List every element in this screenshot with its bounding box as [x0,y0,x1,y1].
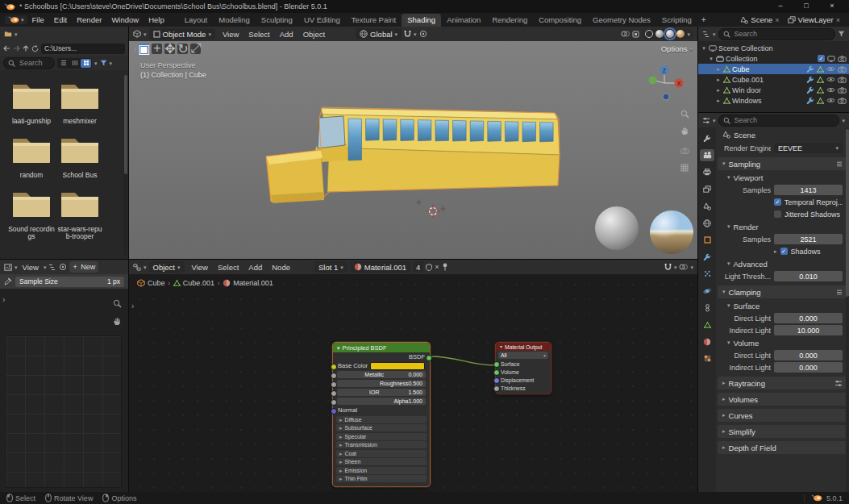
render-engine-dropdown[interactable]: EEVEE ▾ [774,143,843,153]
pin-icon[interactable] [442,263,448,271]
image-view-menu[interactable]: View [20,260,41,274]
panel-viewport[interactable]: ▾Viewport [716,171,849,184]
panel-menu-icon[interactable] [836,289,843,295]
horizontal-list-mode-button[interactable] [69,59,80,68]
thickness-socket[interactable] [493,385,500,392]
prop-value-direct-light[interactable]: 0.000 [774,350,843,360]
snap-dropdown-icon[interactable]: ▾ [674,264,677,270]
shading-material-button[interactable] [666,30,674,38]
menu-window[interactable]: Window [106,13,144,27]
eye-icon[interactable] [826,87,835,93]
panel-depth-of-field[interactable]: ▸Depth of Field [718,441,847,454]
file-item-laati-gunship[interactable]: laati-gunship [8,80,55,126]
unlink-material-icon[interactable]: × [435,263,439,271]
alpha-slider[interactable]: Alpha1.000 [337,398,426,405]
disclosure-icon[interactable]: ▸ [715,77,722,83]
properties-editor-icon[interactable] [702,117,710,124]
rotate-tool[interactable]: ↻ [177,44,188,54]
node-panel-coat[interactable]: ▸Coat [336,450,427,457]
add-workspace-button[interactable]: + [697,15,710,24]
outliner-editor-icon[interactable] [702,31,710,38]
camera-icon[interactable] [838,66,847,73]
pivot-icon[interactable] [59,263,67,271]
viewport-3d[interactable]: ▾ Object Mode ▾ ViewSelectAddObject Glob… [129,27,697,259]
outliner-row-scene-collection[interactable]: ▾Scene Collection [698,43,849,53]
shader-editor[interactable]: ▾ Object ▾ ViewSelectAddNode Slot 1 ▾ Ma… [129,260,697,492]
panel-clamping[interactable]: ▾Clamping [718,285,847,298]
alpha-socket[interactable] [331,399,337,406]
prop-checkbox-jittered-shadows[interactable] [774,210,781,218]
properties-search-field[interactable] [718,115,840,127]
ior-socket[interactable] [331,390,337,397]
prop-value-samples[interactable]: 1413 [774,185,843,195]
move-tool[interactable]: ✥ [164,44,175,54]
snap-magnet-icon[interactable] [664,263,672,271]
shader-menu-node[interactable]: Node [267,260,295,274]
properties-tab-object[interactable] [700,234,714,246]
file-item-meshmixer[interactable]: meshmixer [56,80,103,126]
hand-icon[interactable] [113,314,122,329]
prop-checkbox-shadows[interactable]: ✓ [780,248,788,255]
outliner-row-cube[interactable]: ▸Cube [698,64,849,74]
metallic-slider[interactable]: Metallic0.000 [337,371,426,378]
snap-dropdown-icon[interactable]: ▾ [414,31,417,37]
collapse-icon[interactable]: ▾ [337,345,340,351]
image-editor-icon[interactable] [4,264,12,271]
node-header[interactable]: ▾ Material Output [496,343,551,351]
properties-tab-data[interactable] [700,319,714,331]
snap-magnet-icon[interactable] [404,30,411,38]
material-output-node[interactable]: ▾ Material Output All ▾ SurfaceVolumeDis… [496,343,551,394]
prop-value-indirect-light[interactable]: 10.000 [774,325,843,335]
viewport-menu-view[interactable]: View [218,27,243,41]
properties-tab-constraints[interactable] [700,302,714,314]
shading-solid-button[interactable] [655,30,664,38]
volume-socket[interactable] [493,369,500,376]
disclosure-icon[interactable]: ▸ [715,87,722,94]
viewport-menu-select[interactable]: Select [243,27,274,41]
file-path-field[interactable]: C:\Users... [41,44,125,54]
camera-icon[interactable] [838,56,847,62]
zoom-icon[interactable] [680,107,689,122]
shading-wireframe-button[interactable] [645,30,653,38]
back-icon[interactable] [3,45,10,52]
prop-value-direct-light[interactable]: 0.000 [774,313,843,323]
node-header[interactable]: ▾ Principled BSDF [333,343,430,352]
tab-shading[interactable]: Shading [402,14,441,27]
panel-raytracing[interactable]: ▸Raytracing [718,377,847,389]
expand-icon[interactable]: ▸ [774,248,777,255]
hand-icon[interactable] [680,124,689,139]
tab-compositing[interactable]: Compositing [533,14,587,27]
disclosure-icon[interactable]: ▸ [715,66,722,73]
disclosure-icon[interactable]: ▾ [708,56,714,62]
gizmo-y-axis[interactable] [649,77,657,85]
outliner-row-cube-001[interactable]: ▸Cube.001 [698,74,849,85]
toolbar-expand-icon[interactable]: › [2,295,5,304]
viewlayer-selector[interactable]: ViewLayer × [784,15,844,24]
tab-geometry-nodes[interactable]: Geometry Nodes [587,14,656,27]
sample-size-field[interactable]: Sample Size 1 px [15,277,124,287]
vertical-list-mode-button[interactable] [58,59,69,68]
properties-tab-tool[interactable] [700,132,714,144]
display-size-dropdown-icon[interactable]: ▾ [94,60,98,66]
collection-checkbox[interactable]: ✓ [818,55,825,62]
eye-icon[interactable] [826,98,835,103]
tab-scripting[interactable]: Scripting [656,14,697,27]
viewport-menu-add[interactable]: Add [275,27,298,41]
toolbar-expand-icon[interactable]: › [134,44,136,53]
shader-editor-icon[interactable] [133,264,141,271]
base-color-swatch[interactable] [370,362,425,370]
orientation-dropdown[interactable]: Global ▾ [356,28,402,40]
principled-bsdf-node[interactable]: ▾ Principled BSDF BSDF Base Color Metall… [333,343,430,486]
tab-texture-paint[interactable]: Texture Paint [346,14,402,27]
outliner-row-collection[interactable]: ▾Collection✓ [698,53,849,64]
navigation-gizmo[interactable]: Z X [645,64,684,102]
filter-funnel-icon[interactable] [100,60,107,66]
node-panel-sheen[interactable]: ▸Sheen [336,458,427,465]
prop-value-indirect-light[interactable]: 0.000 [774,362,843,373]
panel-menu-icon[interactable] [836,161,843,167]
menu-render[interactable]: Render [72,13,106,27]
camera-icon[interactable] [838,87,847,94]
menu-file[interactable]: File [27,13,49,27]
minimize-button[interactable]: – [768,0,793,13]
file-search-input[interactable] [18,58,50,68]
